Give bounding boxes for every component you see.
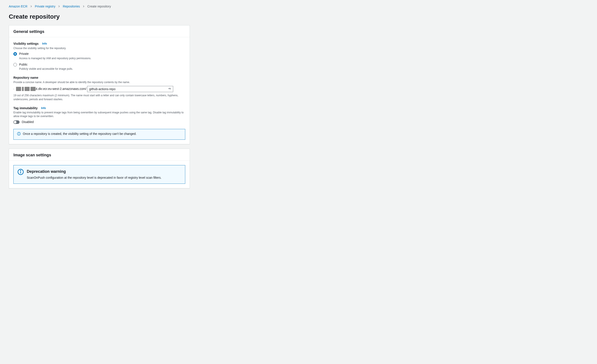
field-tag-immutability: Tag immutability Info Enable tag immutab… (13, 106, 185, 124)
panel-title: General settings (13, 29, 185, 34)
deprecation-desc: ScanOnPush configuration at the reposito… (27, 176, 162, 180)
svg-rect-0 (169, 88, 169, 89)
repo-name-prefix: · 000 0 000 0004.dkr.ecr.eu-west-2.amazo… (13, 86, 87, 92)
radio-private[interactable]: Private Access is managed by IAM and rep… (13, 52, 185, 60)
svg-point-9 (20, 170, 21, 171)
page-title: Create repository (9, 12, 588, 21)
repo-name-constraint: 19 out of 256 characters maximum (2 mini… (13, 93, 185, 101)
info-link-visibility[interactable]: Info (42, 42, 47, 46)
info-icon (17, 169, 24, 176)
toggle-state-label: Disabled (22, 120, 34, 124)
breadcrumb-link-repositories[interactable]: Repositories (63, 4, 80, 9)
radio-label: Private (19, 52, 91, 56)
breadcrumb-current: Create repository (87, 4, 111, 9)
panel-general-settings: General settings Visibility settings Inf… (9, 25, 190, 144)
svg-point-6 (19, 133, 19, 133)
alert-text: Once a repository is created, the visibi… (23, 132, 136, 136)
field-label-repo-name: Repository name (13, 76, 39, 80)
info-link-tag-immutability[interactable]: Info (41, 106, 46, 110)
chevron-right-icon (30, 5, 32, 8)
tag-immutability-toggle[interactable] (13, 120, 20, 124)
keyboard-icon (168, 88, 171, 91)
deprecation-alert: Deprecation warning ScanOnPush configura… (13, 165, 185, 184)
deprecation-title: Deprecation warning (27, 169, 162, 174)
field-repository-name: Repository name Provide a concise name. … (13, 76, 185, 101)
field-desc-tag-immutability: Enable tag immutability to prevent image… (13, 111, 185, 118)
field-visibility: Visibility settings Info Choose the visi… (13, 42, 185, 71)
breadcrumb-link-amazon-ecr[interactable]: Amazon ECR (9, 4, 27, 9)
radio-sublabel: Publicly visible and accessible for imag… (19, 67, 73, 71)
panel-header: Image scan settings (9, 149, 190, 161)
field-label-visibility: Visibility settings (13, 42, 39, 46)
field-desc-repo-name: Provide a concise name. A developer shou… (13, 81, 185, 84)
radio-public[interactable]: Public Publicly visible and accessible f… (13, 62, 185, 71)
svg-rect-1 (169, 88, 170, 89)
repo-name-input-wrapper[interactable] (87, 86, 173, 92)
panel-image-scan-settings: Image scan settings Deprecation warning … (9, 149, 190, 188)
radio-icon (13, 63, 17, 67)
field-desc-visibility: Choose the visibility setting for the re… (13, 46, 185, 50)
breadcrumb-link-private-registry[interactable]: Private registry (35, 4, 55, 9)
chevron-right-icon (58, 5, 60, 8)
breadcrumb: Amazon ECR Private registry Repositories… (9, 4, 588, 9)
info-icon (17, 132, 21, 137)
chevron-right-icon (83, 5, 85, 8)
panel-title: Image scan settings (13, 152, 185, 158)
visibility-info-alert: Once a repository is created, the visibi… (13, 129, 185, 140)
repo-name-input[interactable] (89, 87, 168, 91)
panel-header: General settings (9, 25, 190, 37)
radio-label: Public (19, 62, 73, 67)
radio-icon (13, 52, 17, 56)
field-label-tag-immutability: Tag immutability (13, 106, 38, 111)
radio-sublabel: Access is managed by IAM and repository … (19, 57, 91, 60)
toggle-knob (14, 121, 16, 123)
svg-rect-3 (170, 88, 171, 89)
svg-rect-2 (170, 88, 170, 89)
